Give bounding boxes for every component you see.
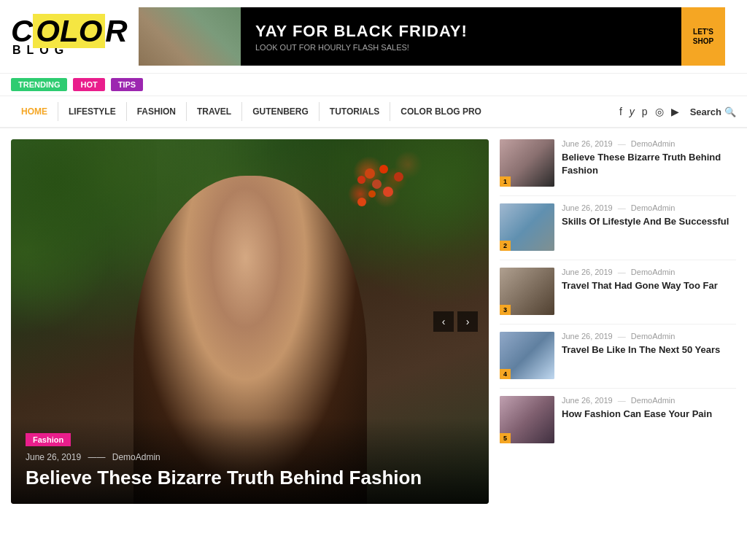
facebook-icon[interactable]: f [619, 106, 622, 117]
feature-meta: June 26, 2019 —— DemoAdmin [26, 452, 474, 462]
sidebar-date-3: June 26, 2019 [562, 268, 613, 276]
sidebar-num-5: 5 [500, 433, 511, 443]
sidebar-num-1: 1 [500, 176, 511, 187]
slider-next[interactable]: › [457, 311, 478, 332]
banner-image [139, 7, 241, 66]
sidebar-meta-2: June 26, 2019 — DemoAdmin [562, 203, 736, 212]
nav-fashion[interactable]: FASHION [127, 102, 187, 121]
sidebar-meta-1: June 26, 2019 — DemoAdmin [562, 139, 736, 148]
slider-controls: ‹ › [433, 311, 478, 332]
sidebar-meta-3: June 26, 2019 — DemoAdmin [562, 268, 736, 276]
sidebar-item: 2 June 26, 2019 — DemoAdmin Skills Of Li… [500, 203, 736, 260]
sidebar-title-1[interactable]: Believe These Bizarre Truth Behind Fashi… [562, 151, 736, 177]
sidebar-num-4: 4 [500, 369, 511, 379]
logo-color: COLOR [11, 16, 128, 47]
sidebar-date-5: June 26, 2019 [562, 396, 613, 405]
sidebar-info-4: June 26, 2019 — DemoAdmin Travel Be Like… [562, 332, 736, 357]
sidebar-dash-4: — [618, 332, 628, 341]
tag-trending[interactable]: TRENDING [11, 78, 67, 91]
tag-hot[interactable]: HOT [73, 78, 104, 91]
header: COLOR BLOG YAY FOR BLACK FRIDAY! LOOK OU… [0, 0, 747, 74]
main-nav: HOME LIFESTYLE FASHION TRAVEL GUTENBERG … [0, 96, 747, 128]
sidebar-author-1: DemoAdmin [631, 139, 676, 148]
sidebar-date-4: June 26, 2019 [562, 332, 613, 341]
sidebar-title-3[interactable]: Travel That Had Gone Way Too Far [562, 279, 736, 292]
sidebar-dash-1: — [618, 139, 628, 148]
sidebar-info-2: June 26, 2019 — DemoAdmin Skills Of Life… [562, 203, 736, 228]
feature-title[interactable]: Believe These Bizarre Truth Behind Fashi… [26, 467, 474, 489]
sidebar-info-1: June 26, 2019 — DemoAdmin Believe These … [562, 139, 736, 177]
sidebar-thumb-3[interactable]: 3 [500, 268, 554, 315]
search-label: Search [690, 106, 721, 117]
feature-date: June 26, 2019 [26, 452, 81, 462]
instagram-icon[interactable]: ◎ [655, 106, 664, 117]
pinterest-icon[interactable]: p [642, 106, 648, 117]
sidebar-dash-3: — [618, 268, 628, 276]
sidebar-meta-4: June 26, 2019 — DemoAdmin [562, 332, 736, 341]
sidebar-title-5[interactable]: How Fashion Can Ease Your Pain [562, 408, 736, 421]
sidebar-thumb-1[interactable]: 1 [500, 139, 554, 187]
banner-subtext: LOOK OUT FOR HOURLY FLASH SALES! [255, 43, 667, 52]
banner-text: YAY FOR BLACK FRIDAY! LOOK OUT FOR HOURL… [241, 15, 681, 59]
sidebar-info-5: June 26, 2019 — DemoAdmin How Fashion Ca… [562, 396, 736, 421]
sidebar-author-3: DemoAdmin [631, 268, 676, 276]
sidebar-date-2: June 26, 2019 [562, 203, 613, 212]
twitter-icon[interactable]: y [630, 106, 635, 117]
feature-overlay: Fashion June 26, 2019 —— DemoAdmin Belie… [11, 418, 489, 504]
banner-cta[interactable]: LET'S SHOP [681, 7, 725, 66]
nav-lifestyle[interactable]: LIFESTYLE [58, 102, 127, 121]
sidebar-meta-5: June 26, 2019 — DemoAdmin [562, 396, 736, 405]
logo[interactable]: COLOR BLOG [11, 16, 128, 57]
search-icon[interactable]: 🔍 [724, 106, 736, 117]
sidebar: 1 June 26, 2019 — DemoAdmin Believe Thes… [500, 139, 736, 504]
sidebar-title-2[interactable]: Skills Of Lifestyle And Be Successful [562, 215, 736, 228]
sidebar-item: 1 June 26, 2019 — DemoAdmin Believe Thes… [500, 139, 736, 196]
sidebar-thumb-2[interactable]: 2 [500, 203, 554, 251]
main-content: ‹ › Fashion June 26, 2019 —— DemoAdmin B… [0, 128, 747, 515]
berry-cluster [343, 150, 430, 223]
feature-category[interactable]: Fashion [26, 433, 71, 446]
sidebar-author-4: DemoAdmin [631, 332, 676, 341]
tag-tips[interactable]: TIPS [111, 78, 143, 91]
sidebar-author-5: DemoAdmin [631, 396, 676, 405]
sidebar-date-1: June 26, 2019 [562, 139, 613, 148]
nav-social: f y p ◎ ▶ [619, 106, 679, 117]
sidebar-info-3: June 26, 2019 — DemoAdmin Travel That Ha… [562, 268, 736, 292]
sidebar-thumb-5[interactable]: 5 [500, 396, 554, 443]
header-banner: YAY FOR BLACK FRIDAY! LOOK OUT FOR HOURL… [139, 7, 725, 66]
sidebar-item: 3 June 26, 2019 — DemoAdmin Travel That … [500, 268, 736, 324]
sidebar-thumb-4[interactable]: 4 [500, 332, 554, 379]
sidebar-item: 5 June 26, 2019 — DemoAdmin How Fashion … [500, 396, 736, 452]
sidebar-author-2: DemoAdmin [631, 203, 676, 212]
nav-home[interactable]: HOME [11, 102, 58, 121]
sidebar-title-4[interactable]: Travel Be Like In The Next 50 Years [562, 343, 736, 357]
banner-headline: YAY FOR BLACK FRIDAY! [255, 22, 667, 41]
sidebar-num-2: 2 [500, 241, 511, 251]
nav-tutorials[interactable]: TUTORIALS [320, 102, 390, 121]
nav-tags: TRENDING HOT TIPS [0, 74, 747, 96]
sidebar-num-3: 3 [500, 305, 511, 315]
nav-colorblogpro[interactable]: COLOR BLOG PRO [390, 102, 492, 121]
nav-search[interactable]: Search 🔍 [690, 106, 736, 117]
feature-author: DemoAdmin [112, 452, 160, 462]
youtube-icon[interactable]: ▶ [671, 106, 679, 117]
sidebar-dash-5: — [618, 396, 628, 405]
sidebar-item: 4 June 26, 2019 — DemoAdmin Travel Be Li… [500, 332, 736, 389]
nav-travel[interactable]: TRAVEL [187, 102, 242, 121]
sidebar-dash-2: — [618, 203, 628, 212]
berries [336, 161, 445, 249]
feature-meta-dash: —— [88, 452, 105, 462]
main-feature: ‹ › Fashion June 26, 2019 —— DemoAdmin B… [11, 139, 489, 504]
slider-prev[interactable]: ‹ [433, 311, 454, 332]
nav-links: HOME LIFESTYLE FASHION TRAVEL GUTENBERG … [11, 102, 619, 121]
nav-gutenberg[interactable]: GUTENBERG [242, 102, 320, 121]
